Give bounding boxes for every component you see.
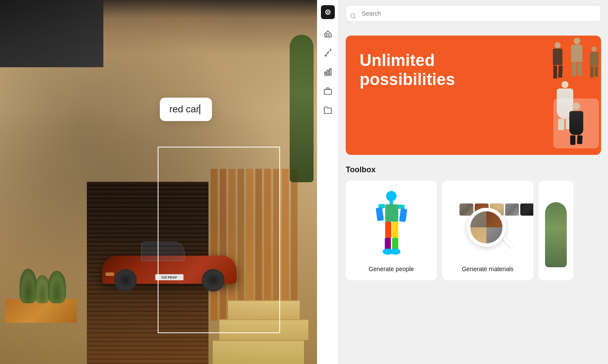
text-cursor <box>199 105 200 114</box>
svg-rect-5 <box>327 70 328 75</box>
text-input-bubble[interactable]: red car <box>160 98 212 121</box>
right-panel: Unlimited possibilities <box>317 0 608 364</box>
main-content: Unlimited possibilities <box>339 0 608 364</box>
svg-rect-15 <box>376 207 384 221</box>
generate-third-card[interactable] <box>539 180 573 280</box>
generate-materials-label: Generate materials <box>462 266 513 272</box>
roof-overhang <box>0 0 103 67</box>
home-icon <box>324 30 332 38</box>
logo-icon <box>324 8 332 16</box>
svg-point-11 <box>386 191 397 201</box>
search-icon <box>350 13 356 21</box>
magic-wand-icon <box>324 49 332 57</box>
svg-rect-4 <box>324 72 326 75</box>
person-figure-1 <box>550 42 565 80</box>
hero-title-line1: Unlimited <box>360 51 435 69</box>
sidebar <box>317 0 339 364</box>
svg-rect-13 <box>385 204 398 222</box>
hero-title-line2: possibilities <box>360 70 455 89</box>
hero-person-card <box>553 98 599 148</box>
app-logo[interactable] <box>321 5 335 19</box>
toolbox-section: Toolbox <box>346 165 601 280</box>
left-panel: VIZ·PEGP red car <box>0 0 317 364</box>
sidebar-item-magic[interactable] <box>320 45 336 61</box>
generate-materials-card[interactable]: Generate materials <box>442 180 533 280</box>
svg-point-23 <box>390 249 400 255</box>
hero-banner: Unlimited possibilities <box>346 36 601 155</box>
svg-line-3 <box>324 52 329 56</box>
svg-rect-18 <box>385 222 391 238</box>
hero-title: Unlimited possibilities <box>360 51 455 89</box>
tree <box>290 35 314 182</box>
svg-point-2 <box>327 11 329 13</box>
svg-rect-7 <box>324 89 331 95</box>
plants <box>11 264 72 303</box>
toolbox-cards: Generate people <box>346 180 601 280</box>
sidebar-item-folder[interactable] <box>320 102 336 118</box>
sidebar-item-tools[interactable] <box>320 83 336 99</box>
hero-figures <box>514 36 601 155</box>
briefcase-icon <box>324 87 332 95</box>
folder-icon <box>324 106 332 115</box>
svg-rect-17 <box>399 208 407 222</box>
person-figure-3 <box>588 46 600 79</box>
search-input[interactable] <box>346 5 601 22</box>
svg-rect-6 <box>330 69 331 75</box>
generate-people-visual <box>346 180 437 266</box>
svg-rect-16 <box>398 204 405 209</box>
sidebar-item-stats[interactable] <box>320 64 336 80</box>
search-container <box>346 5 601 29</box>
person-figure-2 <box>568 38 586 78</box>
svg-line-10 <box>354 17 356 19</box>
generate-materials-visual <box>442 180 533 266</box>
toolbox-title: Toolbox <box>346 165 601 174</box>
svg-point-9 <box>351 14 355 18</box>
sidebar-item-home[interactable] <box>320 26 336 42</box>
input-text: red car <box>169 104 199 115</box>
chart-icon <box>324 68 332 76</box>
generate-people-card[interactable]: Generate people <box>346 180 437 280</box>
body-pose-figure <box>373 190 410 257</box>
svg-rect-20 <box>392 222 398 238</box>
svg-rect-12 <box>390 201 393 204</box>
generate-people-label: Generate people <box>369 266 414 272</box>
selection-box[interactable] <box>158 147 280 333</box>
